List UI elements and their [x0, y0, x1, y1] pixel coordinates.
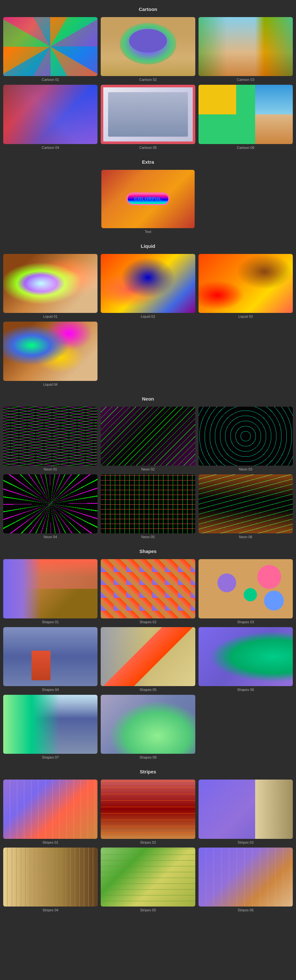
- section-extra: Extra COLORFUL Text: [0, 153, 296, 237]
- thumbnail-stripes05[interactable]: [101, 848, 195, 907]
- section-title-neon: Neon: [3, 396, 293, 401]
- thumbnail-neon04[interactable]: [3, 474, 98, 533]
- thumb-label-shapes02: Shapes 02: [139, 620, 157, 624]
- list-item[interactable]: Liquid 04: [3, 321, 98, 386]
- thumbnail-cartoon06[interactable]: [198, 85, 293, 144]
- list-item[interactable]: Neon 06: [198, 474, 293, 539]
- thumb-label-neon04: Neon 04: [44, 535, 57, 539]
- thumbnail-cartoon04[interactable]: [3, 85, 98, 144]
- thumbnail-liquid02[interactable]: [101, 254, 195, 313]
- list-item[interactable]: Cartoon 01: [3, 17, 98, 81]
- thumbnail-cartoon02[interactable]: [101, 17, 195, 76]
- thumb-label-stripes06: Stripes 06: [238, 908, 254, 912]
- thumb-label-shapes07: Shapes 07: [42, 756, 59, 759]
- thumbnail-shapes04[interactable]: [3, 627, 98, 686]
- thumb-label-cartoon05: Cartoon 05: [139, 146, 157, 150]
- thumbnail-cartoon01[interactable]: [3, 17, 98, 76]
- list-item[interactable]: Stripes 05: [101, 848, 195, 912]
- thumbnail-stripes04[interactable]: [3, 848, 98, 907]
- section-title-liquid: Liquid: [3, 243, 293, 249]
- section-cartoon: Cartoon Cartoon 01 Cartoon 02 Cartoon 03…: [0, 0, 296, 153]
- list-item[interactable]: Shapes 03: [198, 559, 293, 624]
- list-item[interactable]: Neon 04: [3, 474, 98, 539]
- list-item[interactable]: Neon 05: [101, 474, 195, 539]
- section-title-shapes: Shapes: [3, 549, 293, 554]
- thumbnail-liquid01[interactable]: [3, 254, 98, 313]
- neon-grid: Neon 01 Neon 02 Neon 03 Neon 04 Neon 05 …: [3, 407, 293, 539]
- list-item[interactable]: Shapes 05: [101, 627, 195, 692]
- section-shapes: Shapes Shapes 01 Shapes 02 Shapes 03 Sha…: [0, 542, 296, 762]
- thumbnail-neon02[interactable]: [101, 407, 195, 466]
- section-title-cartoon: Cartoon: [3, 6, 293, 12]
- list-item[interactable]: Shapes 02: [101, 559, 195, 624]
- list-item[interactable]: Stripes 01: [3, 780, 98, 844]
- thumb-label-neon02: Neon 02: [141, 467, 155, 471]
- list-item[interactable]: Cartoon 02: [101, 17, 195, 81]
- list-item[interactable]: Liquid 03: [198, 254, 293, 318]
- shapes-grid: Shapes 01 Shapes 02 Shapes 03 Shapes 04 …: [3, 559, 293, 759]
- extra-grid: COLORFUL Text: [3, 170, 293, 234]
- thumbnail-stripes02[interactable]: [101, 780, 195, 838]
- list-item[interactable]: Stripes 02: [101, 780, 195, 844]
- text-badge: COLORFUL: [127, 192, 169, 205]
- list-item[interactable]: Neon 03: [198, 407, 293, 471]
- thumbnail-shapes01[interactable]: [3, 559, 98, 618]
- list-item[interactable]: Stripes 03: [198, 780, 293, 844]
- list-item[interactable]: Cartoon 03: [198, 17, 293, 81]
- thumb-label-shapes01: Shapes 01: [42, 620, 59, 624]
- list-item[interactable]: Liquid 02: [101, 254, 195, 318]
- thumb-label-neon06: Neon 06: [239, 535, 253, 539]
- thumb-label-stripes05: Stripes 05: [140, 908, 156, 912]
- list-item[interactable]: Cartoon 04: [3, 85, 98, 149]
- thumbnail-liquid04[interactable]: [3, 321, 98, 380]
- cartoon-grid: Cartoon 01 Cartoon 02 Cartoon 03 Cartoon…: [3, 17, 293, 150]
- list-item[interactable]: Stripes 04: [3, 848, 98, 912]
- thumb-label-shapes03: Shapes 03: [237, 620, 254, 624]
- thumbnail-stripes03[interactable]: [198, 780, 293, 838]
- section-stripes: Stripes Stripes 01 Stripes 02 Stripes 03…: [0, 762, 296, 915]
- list-item[interactable]: Stripes 06: [198, 848, 293, 912]
- section-neon: Neon Neon 01 Neon 02 Neon 03 Neon 04 Neo…: [0, 390, 296, 542]
- thumbnail-shapes08[interactable]: [101, 695, 195, 754]
- list-item[interactable]: Shapes 01: [3, 559, 98, 624]
- thumbnail-neon03[interactable]: [198, 407, 293, 466]
- list-item[interactable]: Cartoon 06: [198, 85, 293, 149]
- thumb-label-cartoon01: Cartoon 01: [41, 78, 59, 81]
- thumb-label-neon01: Neon 01: [44, 467, 57, 471]
- thumb-label-stripes04: Stripes 04: [43, 908, 59, 912]
- thumb-label-stripes03: Stripes 03: [238, 840, 254, 844]
- thumbnail-neon06[interactable]: [198, 474, 293, 533]
- list-item[interactable]: Neon 02: [101, 407, 195, 471]
- thumb-label-text: Text: [145, 230, 151, 234]
- thumbnail-shapes05[interactable]: [101, 627, 195, 686]
- thumbnail-neon01[interactable]: [3, 407, 98, 466]
- thumbnail-neon05[interactable]: [101, 474, 195, 533]
- thumbnail-stripes01[interactable]: [3, 780, 98, 838]
- list-item[interactable]: Shapes 07: [3, 695, 98, 759]
- thumb-label-shapes04: Shapes 04: [42, 688, 59, 692]
- thumbnail-shapes07[interactable]: [3, 695, 98, 754]
- section-title-stripes: Stripes: [3, 769, 293, 775]
- list-item[interactable]: Liquid 01: [3, 254, 98, 318]
- thumbnail-shapes06[interactable]: [198, 627, 293, 686]
- thumbnail-shapes03[interactable]: [198, 559, 293, 618]
- thumbnail-shapes02[interactable]: [101, 559, 195, 618]
- thumbnail-liquid03[interactable]: [198, 254, 293, 313]
- section-liquid: Liquid Liquid 01 Liquid 02 Liquid 03 Liq…: [0, 237, 296, 390]
- thumbnail-cartoon03[interactable]: [198, 17, 293, 76]
- empty-slot: [198, 695, 293, 759]
- list-item[interactable]: Shapes 08: [101, 695, 195, 759]
- list-item[interactable]: COLORFUL Text: [101, 170, 195, 234]
- thumb-label-shapes06: Shapes 06: [237, 688, 254, 692]
- thumb-label-cartoon03: Cartoon 03: [237, 78, 254, 81]
- list-item[interactable]: Cartoon 05: [101, 85, 195, 149]
- thumbnail-stripes06[interactable]: [198, 848, 293, 907]
- thumb-label-shapes05: Shapes 05: [139, 688, 157, 692]
- list-item[interactable]: Shapes 04: [3, 627, 98, 692]
- list-item[interactable]: Shapes 06: [198, 627, 293, 692]
- thumb-label-shapes08: Shapes 08: [139, 756, 157, 759]
- list-item[interactable]: Neon 01: [3, 407, 98, 471]
- thumb-label-stripes01: Stripes 01: [43, 840, 59, 844]
- thumbnail-text[interactable]: COLORFUL: [101, 170, 195, 228]
- thumbnail-cartoon05[interactable]: [101, 85, 195, 144]
